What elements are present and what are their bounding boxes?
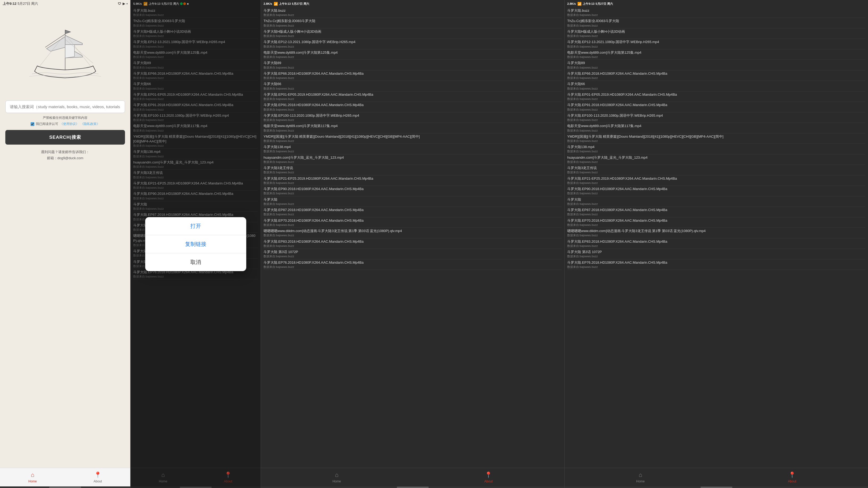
list-item[interactable]: 斗罗大陆 第3话 1072P 数据来自:bajswws.buzz (264, 249, 562, 259)
list-item[interactable]: 斗罗大陆.EP66.2018.HD1080P.X264.AAC.Mandarin… (567, 70, 865, 81)
list-item[interactable]: 斗罗大陆89 数据来自:bajswws.buzz (264, 60, 562, 70)
search-button[interactable]: SEARCH|搜索 (5, 130, 125, 144)
right2-time: 上午9:13 (583, 2, 594, 6)
list-item[interactable]: 斗罗大陆3龙王传说 数据来自:bajswws.buzz (567, 165, 865, 175)
list-item-title: huayuandm.com]斗罗大陆_蓝光_斗罗大陆_123.mp4 (264, 155, 562, 160)
list-item[interactable]: 电影天堂www.dytt89.com]斗罗大陆第117集.mp4 数据来自:ba… (264, 123, 562, 133)
list-item[interactable]: 斗罗大陆.EP100-113.2020.1080p.国语中字.WEBrip.H2… (567, 112, 865, 123)
privacy-policy-link[interactable]: 《隐私政策》 (81, 122, 100, 126)
list-item[interactable]: 斗罗大陆.EP90.2018.HD1080P.X264.AAC.Mandarin… (567, 186, 865, 196)
right1-nav-about[interactable]: 📍 About (413, 471, 565, 483)
list-item[interactable]: 斗罗大陆H版成人版小舞H小说3D动画 数据来自:bajswws.buzz (567, 28, 865, 39)
agreement-checkbox[interactable] (31, 122, 34, 126)
list-item[interactable]: 斗罗大陆66 数据来自:bajswws.buzz (264, 81, 562, 91)
list-item-source: 数据来自:bajswws.buzz (567, 244, 865, 248)
right1-indicator-bar (397, 487, 429, 488)
list-item-title: 斗罗大陆66 (567, 82, 865, 86)
list-item[interactable]: 斗罗大陆H版成人版小舞H小说3D动画 数据来自:bajswws.buzz (264, 28, 562, 39)
right1-home-icon: ⌂ (335, 471, 339, 479)
right2-nav-home[interactable]: ⌂ Home (565, 471, 716, 483)
list-item[interactable]: YMDR][国漫][斗罗大陆 精英赛篇][Douro Mainland][201… (264, 133, 562, 144)
list-item-title: 斗罗大陆.EP76.2018.HD1080P.X264.AAC.Mandarin… (567, 260, 865, 265)
list-item[interactable]: 斗罗大陆.EP76.2018.HD1080P.X264.AAC.Mandarin… (264, 259, 562, 270)
list-item[interactable]: 斗罗大陆.EP01-EP05.2019.HD1080P.X264.AAC.Man… (264, 91, 562, 102)
list-item-title: 斗罗大陆.EP83.2018.HD1080P.X264.AAC.Mandarin… (567, 239, 865, 244)
contact-email: 邮箱：dog9@duck.com (41, 155, 89, 161)
left-about-label: About (94, 480, 102, 483)
list-item[interactable]: 斗罗大陆89 数据来自:bajswws.buzz (567, 60, 865, 70)
list-item[interactable]: 斗罗大陆.EP12-13.2021.1080p.国语中字.WEBrip.H265… (567, 39, 865, 49)
list-item-title: 斗罗大陆.EP70.2018.HD1080P.X264.AAC.Mandarin… (264, 218, 562, 223)
list-item[interactable]: huayuandm.com]斗罗大陆_蓝光_斗罗大陆_123.mp4 数据来自:… (567, 155, 865, 165)
list-item[interactable]: 斗罗大陆.EP21-EP25.2019.HD1080P.X264.AAC.Man… (264, 175, 562, 186)
list-item[interactable]: 电影天堂www.dytt89.com]斗罗大陆第125集.mp4 数据来自:ba… (567, 50, 865, 60)
list-item-title: 斗罗大陆.EP87.2018.HD1080P.X264.AAC.Mandarin… (567, 207, 865, 213)
list-item[interactable]: 斗罗大陆.EP70.2018.HD1080P.X264.AAC.Mandarin… (567, 218, 865, 228)
list-item[interactable]: 斗罗大陆 数据来自:bajswws.buzz (264, 196, 562, 207)
list-item[interactable]: 斗罗大陆.EP91.2018.HD1080P.X264.AAC.Mandarin… (264, 102, 562, 112)
list-item[interactable]: 斗罗大陆138.mp4 数据来自:bajswws.buzz (264, 144, 562, 154)
list-item[interactable]: 斗罗大陆.EP70.2018.HD1080P.X264.AAC.Mandarin… (264, 218, 562, 228)
list-item[interactable]: 斗罗大陆138.mp4 数据来自:bajswws.buzz (567, 144, 865, 154)
list-item-title: 嗯嗯嗯嗯www.diiidm.com]动态漫画·斗罗大陆3龙王传说 第1季 第0… (264, 229, 562, 233)
list-item-title: 斗罗大陆.EP21-EP25.2019.HD1080P.X264.AAC.Man… (264, 176, 562, 181)
list-item[interactable]: huayuandm.com]斗罗大陆_蓝光_斗罗大陆_123.mp4 数据来自:… (264, 155, 562, 165)
search-input[interactable] (5, 100, 125, 113)
list-item-source: 数据来自:bajswws.buzz (264, 213, 562, 216)
list-item[interactable]: 斗罗大陆.EP76.2018.HD1080P.X264.AAC.Mandarin… (567, 259, 865, 270)
list-item-title: 斗罗大陆66 (264, 82, 562, 86)
list-item[interactable]: 斗罗大陆.EP12-13.2021.1080p.国语中字.WEBrip.H265… (264, 39, 562, 49)
list-item[interactable]: 斗罗大陆.EP66.2018.HD1080P.X264.AAC.Mandarin… (264, 70, 562, 81)
list-item[interactable]: 斗罗大陆.EP83.2018.HD1080P.X264.AAC.Mandarin… (264, 238, 562, 249)
list-item[interactable]: 斗罗大陆.EP87.2018.HD1080P.X264.AAC.Mandarin… (567, 207, 865, 217)
context-menu-cancel[interactable]: 取消 (145, 253, 246, 271)
list-item[interactable]: ThZu.Cc]精东影业JD083斗罗大陆 数据来自:bajswws.buzz (264, 18, 562, 28)
usage-policy-link[interactable]: 《使用协议》 (60, 122, 79, 126)
list-item[interactable]: 电影天堂www.dytt89.com]斗罗大陆第117集.mp4 数据来自:ba… (567, 123, 865, 133)
list-item[interactable]: 斗罗大陆.EP100-113.2020.1080p.国语中字.WEBrip.H2… (264, 112, 562, 123)
list-item[interactable]: 斗罗大陆3龙王传说 数据来自:bajswws.buzz (264, 165, 562, 175)
right1-nav-home[interactable]: ⌂ Home (261, 471, 413, 483)
list-item[interactable]: 嗯嗯嗯嗯www.diiidm.com]动态漫画·斗罗大陆3龙王传说 第1季 第0… (567, 228, 865, 238)
list-item[interactable]: 斗罗大陆.EP01-EP05.2019.HD1080P.X264.AAC.Man… (567, 91, 865, 102)
list-item[interactable]: 斗罗大陆66 数据来自:bajswws.buzz (567, 81, 865, 91)
context-menu-open[interactable]: 打开 (145, 217, 246, 235)
list-item-title: YMDR][国漫][斗罗大陆 精英赛篇][Douro Mainland][201… (264, 134, 562, 139)
list-item-source: 数据来自:bajswws.buzz (264, 34, 562, 38)
list-item-source: 数据来自:bajswws.buzz (264, 118, 562, 122)
list-item[interactable]: 斗罗大陆.EP90.2018.HD1080P.X264.AAC.Mandarin… (264, 186, 562, 196)
list-item-source: 数据来自:bajswws.buzz (567, 129, 865, 132)
right2-about-label: About (788, 480, 796, 483)
left-nav-home[interactable]: ⌂ Home (0, 471, 65, 483)
list-item[interactable]: YMDR][国漫][斗罗大陆 精英赛篇][Douro Mainland][201… (567, 133, 865, 144)
list-item[interactable]: 斗罗大陆.EP83.2018.HD1080P.X264.AAC.Mandarin… (567, 238, 865, 249)
list-item[interactable]: 斗罗大陆 数据来自:bajswws.buzz (567, 196, 865, 207)
list-item[interactable]: 斗罗大陆.buzz 数据来自:bajswws.buzz (567, 7, 865, 18)
list-item-title: 斗罗大陆.EP90.2018.HD1080P.X264.AAC.Mandarin… (264, 187, 562, 191)
list-item-title: 斗罗大陆.EP21-EP25.2019.HD1080P.X264.AAC.Man… (567, 176, 865, 181)
list-item-source: 数据来自:bajswws.buzz (264, 13, 562, 17)
list-item-title: 斗罗大陆.EP01-EP05.2019.HD1080P.X264.AAC.Man… (264, 92, 562, 97)
list-item[interactable]: 电影天堂www.dytt89.com]斗罗大陆第125集.mp4 数据来自:ba… (264, 50, 562, 60)
list-item-title: 斗罗大陆89 (567, 61, 865, 65)
list-item-source: 数据来自:bajswws.buzz (567, 265, 865, 269)
context-menu-copy-link[interactable]: 复制链接 (145, 235, 246, 253)
list-item[interactable]: 斗罗大陆.EP21-EP25.2019.HD1080P.X264.AAC.Man… (567, 175, 865, 186)
right2-nav-about[interactable]: 📍 About (716, 471, 868, 483)
list-item[interactable]: 斗罗大陆 第3话 1072P 数据来自:bajswws.buzz (567, 249, 865, 259)
list-item-source: 数据来自:bajswws.buzz (264, 254, 562, 258)
list-item-title: 斗罗大陆.EP66.2018.HD1080P.X264.AAC.Mandarin… (567, 71, 865, 76)
list-item-source: 数据来自:bajswws.buzz (264, 24, 562, 27)
right2-wifi-icon: 📶 (577, 2, 582, 6)
left-nav-about[interactable]: 📍 About (65, 471, 130, 483)
list-item[interactable]: 斗罗大陆.EP87.2018.HD1080P.X264.AAC.Mandarin… (264, 207, 562, 217)
list-item[interactable]: 斗罗大陆.EP91.2018.HD1080P.X264.AAC.Mandarin… (567, 102, 865, 112)
context-menu-overlay[interactable]: 打开 复制链接 取消 (131, 0, 260, 488)
right2-list[interactable]: 斗罗大陆.buzz 数据来自:bajswws.buzz ThZu.Cc]精东影业… (565, 7, 868, 468)
list-item-source: 数据来自:bajswws.buzz (567, 223, 865, 227)
list-item[interactable]: 斗罗大陆.buzz 数据来自:bajswws.buzz (264, 7, 562, 18)
right1-list[interactable]: 斗罗大陆.buzz 数据来自:bajswws.buzz ThZu.Cc]精东影业… (261, 7, 564, 468)
list-item[interactable]: ThZu.Cc]精东影业JD083斗罗大陆 数据来自:bajswws.buzz (567, 18, 865, 28)
list-item-title: 斗罗大陆.EP01-EP05.2019.HD1080P.X264.AAC.Man… (567, 92, 865, 97)
list-item[interactable]: 嗯嗯嗯嗯www.diiidm.com]动态漫画·斗罗大陆3龙王传说 第1季 第0… (264, 228, 562, 238)
